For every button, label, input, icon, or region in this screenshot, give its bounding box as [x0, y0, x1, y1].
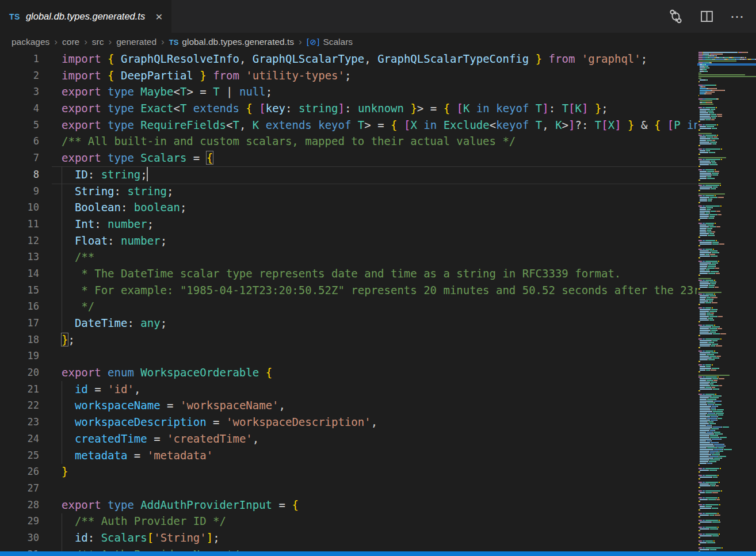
line-number: 27 — [0, 480, 52, 497]
text-cursor — [147, 167, 148, 181]
minimap-content — [698, 52, 756, 551]
breadcrumb-separator: › — [299, 36, 302, 48]
code-line-23[interactable]: workspaceDescription = 'workspaceDescrip… — [52, 414, 697, 431]
tab-global-db-types-generated[interactable]: TS global.db.types.generated.ts × — [0, 0, 171, 33]
code-line-18[interactable]: }; — [52, 332, 697, 348]
symbol-type-icon: [⊘] — [307, 37, 320, 47]
line-number: 1 — [0, 51, 52, 67]
line-number: 28 — [0, 497, 52, 513]
code-line-22[interactable]: workspaceName = 'workspaceName', — [52, 397, 697, 414]
split-editor-icon[interactable] — [700, 9, 714, 24]
code-line-9[interactable]: String: string; — [52, 183, 697, 200]
line-number: 2 — [0, 67, 52, 84]
open-changes-icon[interactable] — [668, 9, 684, 24]
breadcrumb: packages›core›src›generated›TSglobal.db.… — [0, 33, 756, 51]
line-number: 9 — [0, 183, 52, 200]
code-line-14[interactable]: * The DateTime scalar type represents da… — [52, 265, 697, 282]
line-number: 5 — [0, 117, 52, 134]
code-line-24[interactable]: createdTime = 'createdTime', — [52, 431, 697, 447]
breadcrumb-item-file[interactable]: TSglobal.db.types.generated.ts — [168, 37, 295, 47]
code-line-31[interactable]: /** Auth Provider Name */ — [52, 546, 697, 551]
code-line-6[interactable]: /** All built-in and custom scalars, map… — [52, 133, 697, 150]
breadcrumb-separator: › — [161, 36, 165, 48]
code-line-19[interactable] — [52, 348, 697, 364]
code-line-4[interactable]: export type Exact<T extends { [key: stri… — [52, 100, 697, 117]
code-line-3[interactable]: export type Maybe<T> = T | null; — [52, 83, 697, 100]
code-line-15[interactable]: * For example: "1985-04-12T23:20:50.52Z"… — [52, 282, 697, 299]
code-line-11[interactable]: Int: number; — [52, 216, 697, 233]
code-line-28[interactable]: export type AddAuthProviderInput = { — [52, 497, 697, 513]
code-line-13[interactable]: /** — [52, 249, 697, 265]
code-line-7[interactable]: export type Scalars = { — [52, 150, 697, 166]
line-number: 12 — [0, 233, 52, 249]
line-number: 19 — [0, 348, 52, 364]
line-number: 10 — [0, 199, 52, 216]
line-number: 11 — [0, 216, 52, 233]
line-number: 7 — [0, 150, 52, 166]
line-number: 14 — [0, 265, 52, 282]
editor-actions: ⋯ — [668, 0, 756, 33]
code-editor[interactable]: 1234567891011121314151617181920212223242… — [0, 51, 756, 551]
code-line-29[interactable]: /** Auth Provider ID */ — [52, 513, 697, 530]
line-number: 22 — [0, 397, 52, 414]
typescript-file-icon: TS — [169, 38, 179, 47]
tab-title: global.db.types.generated.ts — [26, 11, 145, 22]
close-tab-icon[interactable]: × — [155, 10, 162, 22]
line-number: 15 — [0, 282, 52, 299]
code-line-5[interactable]: export type RequireFields<T, K extends k… — [52, 117, 697, 134]
typescript-file-icon: TS — [9, 12, 20, 21]
line-number: 6 — [0, 133, 52, 150]
line-number: 13 — [0, 249, 52, 265]
line-number: 26 — [0, 463, 52, 480]
breadcrumb-separator: › — [109, 36, 112, 48]
more-actions-icon[interactable]: ⋯ — [730, 9, 744, 25]
breadcrumb-item-generated[interactable]: generated — [115, 37, 158, 47]
code-area[interactable]: import { GraphQLResolveInfo, GraphQLScal… — [52, 51, 697, 551]
line-number: 16 — [0, 298, 52, 315]
line-number-gutter: 1234567891011121314151617181920212223242… — [0, 51, 52, 551]
line-number: 3 — [0, 83, 52, 100]
line-number: 31 — [0, 546, 52, 551]
line-number: 29 — [0, 513, 52, 530]
code-line-20[interactable]: export enum WorkspaceOrderable { — [52, 364, 697, 381]
code-line-17[interactable]: DateTime: any; — [52, 315, 697, 332]
code-line-21[interactable]: id = 'id', — [52, 381, 697, 398]
code-line-1[interactable]: import { GraphQLResolveInfo, GraphQLScal… — [52, 51, 697, 67]
vscode-window: TS global.db.types.generated.ts × — [0, 0, 756, 556]
line-number: 4 — [0, 100, 52, 117]
code-line-8[interactable]: ID: string; — [52, 166, 697, 183]
code-line-26[interactable]: } — [52, 463, 697, 480]
breadcrumb-item-core[interactable]: core — [61, 37, 81, 47]
line-number: 8 — [0, 166, 52, 183]
code-line-2[interactable]: import { DeepPartial } from 'utility-typ… — [52, 67, 697, 84]
line-number: 24 — [0, 431, 52, 447]
code-line-16[interactable]: */ — [52, 298, 697, 315]
breadcrumb-item-packages[interactable]: packages — [10, 37, 51, 47]
code-line-25[interactable]: metadata = 'metadata' — [52, 447, 697, 464]
code-line-10[interactable]: Boolean: boolean; — [52, 199, 697, 216]
breadcrumb-separator: › — [84, 36, 87, 48]
line-number: 23 — [0, 414, 52, 431]
breadcrumb-separator: › — [54, 36, 58, 48]
line-number: 25 — [0, 447, 52, 464]
line-number: 17 — [0, 315, 52, 332]
line-number: 21 — [0, 381, 52, 398]
line-number: 30 — [0, 530, 52, 546]
line-number: 18 — [0, 332, 52, 348]
breadcrumb-item-symbol[interactable]: [⊘]Scalars — [306, 37, 354, 47]
breadcrumb-item-src[interactable]: src — [91, 37, 105, 47]
tab-bar: TS global.db.types.generated.ts × — [0, 0, 756, 33]
status-bar — [0, 551, 756, 556]
minimap[interactable] — [697, 51, 756, 551]
line-number: 20 — [0, 364, 52, 381]
code-line-30[interactable]: id: Scalars['String']; — [52, 530, 697, 546]
code-line-27[interactable] — [52, 480, 697, 497]
code-line-12[interactable]: Float: number; — [52, 233, 697, 249]
